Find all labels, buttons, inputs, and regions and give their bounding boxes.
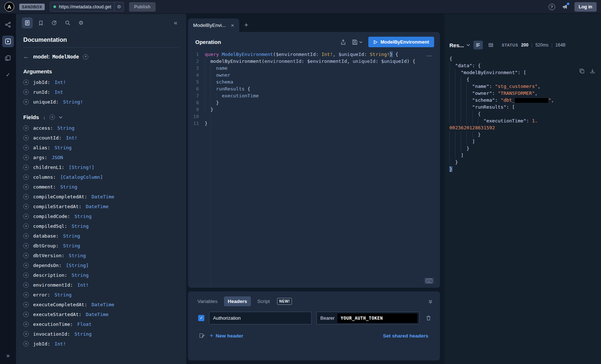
field-row[interactable]: +compiledSql:String — [23, 221, 179, 231]
argument-row[interactable]: +uniqueId:String! — [23, 97, 179, 107]
add-to-query-icon[interactable]: + — [23, 125, 29, 131]
documentation-icon[interactable] — [22, 17, 33, 28]
doc-item-type-link[interactable]: String — [75, 331, 92, 337]
add-to-query-icon[interactable]: + — [23, 194, 29, 199]
doc-item-type-link[interactable]: Int! — [66, 135, 77, 141]
doc-item-type-link[interactable]: String — [72, 272, 89, 278]
endpoint-url-input[interactable]: https://metadata.cloud.get — [50, 2, 124, 12]
doc-item-type-link[interactable]: Int! — [55, 341, 66, 347]
chevron-down-icon[interactable] — [59, 116, 63, 118]
collapse-docs-panel-icon[interactable] — [171, 18, 180, 28]
add-to-query-icon[interactable]: + — [23, 302, 29, 307]
delete-header-icon[interactable] — [426, 315, 431, 321]
doc-item-type-link[interactable]: Int — [55, 89, 63, 95]
tab-headers[interactable]: Headers — [224, 296, 251, 306]
add-to-query-icon[interactable]: + — [23, 272, 29, 278]
doc-item-type-link[interactable]: String — [55, 292, 72, 298]
run-operation-button[interactable]: ModelByEnvironment — [368, 37, 434, 47]
argument-row[interactable]: +runId:Int — [23, 87, 179, 97]
expand-rail-icon[interactable] — [2, 351, 14, 360]
tab-script[interactable]: Script — [254, 296, 274, 306]
field-row[interactable]: +comment:String — [23, 182, 179, 192]
doc-item-type-link[interactable]: String — [63, 243, 80, 248]
endpoint-settings-icon[interactable] — [114, 2, 124, 11]
field-row[interactable]: +dependsOn:[String] — [23, 260, 179, 270]
doc-item-type-link[interactable]: String — [60, 184, 77, 190]
search-icon[interactable] — [62, 17, 73, 28]
doc-item-type-link[interactable]: DateTime — [86, 312, 109, 317]
doc-item-type-link[interactable]: Int! — [77, 282, 89, 288]
field-row[interactable]: +dbtGroup:String — [23, 241, 179, 251]
field-row[interactable]: +environmentId:Int! — [23, 280, 179, 290]
bookmark-icon[interactable] — [35, 17, 46, 28]
tab-modelbyenvironment[interactable]: ModelByEnvi... — [188, 19, 239, 32]
add-to-query-icon[interactable]: + — [23, 223, 29, 229]
field-row[interactable]: +childrenL1:[String!] — [23, 162, 179, 172]
add-to-query-icon[interactable]: + — [23, 184, 29, 190]
add-to-query-icon[interactable]: + — [23, 331, 29, 337]
table-view-icon[interactable] — [486, 41, 496, 49]
doc-item-type-link[interactable]: [CatalogColumn] — [60, 174, 103, 180]
env-variable-token[interactable]: YOUR_AUTH_TOKEN — [337, 314, 417, 323]
add-to-query-icon[interactable]: + — [23, 80, 29, 85]
schema-graph-icon[interactable] — [2, 19, 14, 31]
field-row[interactable]: +description:String — [23, 270, 179, 280]
add-to-query-icon[interactable]: + — [23, 321, 29, 327]
doc-item-type-link[interactable]: Float — [77, 321, 92, 327]
field-row[interactable]: +executeCompletedAt:DateTime — [23, 300, 179, 310]
environment-variables-icon[interactable] — [199, 333, 205, 339]
field-row[interactable]: +compiledCode:String — [23, 211, 179, 221]
field-row[interactable]: +alias:String — [23, 143, 179, 153]
add-to-query-icon[interactable]: + — [23, 204, 29, 209]
back-arrow-icon[interactable] — [23, 53, 29, 60]
add-to-query-icon[interactable]: + — [23, 282, 29, 288]
header-enabled-checkbox[interactable] — [198, 315, 204, 321]
field-row[interactable]: +error:String — [23, 290, 179, 300]
add-to-query-icon[interactable]: + — [23, 89, 29, 95]
add-to-query-icon[interactable]: + — [23, 263, 29, 268]
header-value-input[interactable]: Bearer YOUR_AUTH_TOKEN — [316, 312, 420, 324]
field-row[interactable]: +access:String — [23, 123, 179, 133]
response-title-dropdown[interactable]: Res... — [449, 42, 470, 48]
add-to-query-icon[interactable]: + — [23, 312, 29, 317]
login-button[interactable]: Log in — [574, 2, 597, 12]
help-icon[interactable] — [549, 4, 555, 10]
doc-item-type-link[interactable]: DateTime — [86, 204, 109, 209]
add-to-query-icon[interactable]: + — [23, 155, 29, 160]
add-to-query-icon[interactable]: + — [23, 243, 29, 248]
set-shared-headers-link[interactable]: Set shared headers — [383, 333, 428, 339]
field-row[interactable]: +compileStartedAt:DateTime — [23, 202, 179, 211]
chevron-down-icon[interactable] — [359, 41, 362, 43]
new-header-button[interactable]: New header — [210, 333, 243, 339]
doc-item-type-link[interactable]: [String!] — [69, 165, 94, 170]
new-tab-button[interactable] — [244, 21, 248, 32]
doc-item-type-link[interactable]: JSON — [52, 155, 63, 160]
doc-item-type-link[interactable]: DateTime — [92, 302, 115, 307]
collapse-request-panel-icon[interactable] — [428, 299, 434, 304]
operation-editor[interactable]: 1query ModelByEnvironment($environmentId… — [188, 51, 440, 288]
settings-gear-icon[interactable] — [76, 17, 87, 28]
field-row[interactable]: +database:String — [23, 231, 179, 241]
explorer-play-icon[interactable] — [2, 36, 14, 47]
add-type-to-query-icon[interactable]: + — [83, 54, 88, 60]
announcements-icon[interactable] — [562, 4, 568, 10]
add-to-query-icon[interactable]: + — [23, 341, 29, 347]
field-row[interactable]: +jobId:Int! — [23, 339, 179, 349]
history-icon[interactable] — [49, 17, 60, 28]
add-to-query-icon[interactable]: + — [23, 292, 29, 298]
doc-item-type-link[interactable]: String — [63, 233, 80, 239]
field-row[interactable]: +executionTime:Float — [23, 319, 179, 329]
share-icon[interactable] — [340, 39, 346, 45]
field-row[interactable]: +dbtVersion:String — [23, 251, 179, 260]
sort-fields-icon[interactable] — [43, 114, 45, 120]
field-row[interactable]: +executeStartedAt:DateTime — [23, 310, 179, 319]
header-key-input[interactable] — [209, 312, 312, 324]
format-view-icon[interactable] — [473, 41, 483, 49]
doc-item-type-link[interactable]: String — [75, 214, 92, 219]
field-row[interactable]: +accountId:Int! — [23, 133, 179, 143]
doc-item-type-link[interactable]: Int! — [55, 80, 66, 85]
save-button[interactable] — [352, 39, 362, 45]
doc-item-type-link[interactable]: [String] — [66, 263, 89, 268]
field-row[interactable]: +compileCompletedAt:DateTime — [23, 192, 179, 202]
add-to-query-icon[interactable]: + — [23, 99, 29, 105]
